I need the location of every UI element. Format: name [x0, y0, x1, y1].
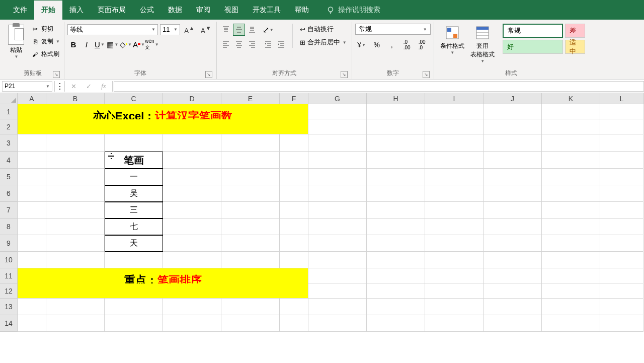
col-header[interactable]: I	[425, 93, 484, 104]
dialog-launcher[interactable]: ↘	[341, 71, 348, 78]
cell[interactable]	[105, 299, 163, 315]
menu-view[interactable]: 视图	[217, 1, 246, 20]
row-header[interactable]: 13	[0, 299, 18, 315]
cell[interactable]	[484, 252, 542, 268]
cell[interactable]	[221, 219, 280, 235]
style-normal[interactable]: 常规	[503, 24, 563, 38]
menu-data[interactable]: 数据	[161, 1, 189, 20]
cell[interactable]	[308, 185, 367, 202]
cell[interactable]	[425, 185, 484, 202]
dialog-launcher[interactable]: ↘	[205, 71, 212, 78]
align-center-button[interactable]	[233, 38, 245, 50]
fill-color-button[interactable]: ◇▼	[120, 39, 132, 51]
cell[interactable]	[484, 202, 542, 219]
row-header[interactable]: 8	[0, 219, 18, 235]
cell[interactable]	[280, 219, 308, 235]
cell[interactable]	[46, 219, 105, 235]
col-header[interactable]: B	[46, 93, 105, 104]
cell[interactable]	[367, 315, 425, 332]
menu-insert[interactable]: 插入	[62, 1, 91, 20]
phonetic-button[interactable]: wén文▼	[146, 39, 158, 51]
cell[interactable]	[600, 104, 643, 119]
cell[interactable]	[600, 119, 643, 134]
cell[interactable]	[367, 235, 425, 252]
cell[interactable]	[600, 252, 643, 268]
row-header[interactable]: 1	[0, 104, 18, 119]
cell[interactable]	[600, 299, 643, 315]
font-name-select[interactable]: 等线▼	[67, 24, 158, 35]
cell[interactable]	[46, 315, 105, 332]
cell[interactable]	[308, 235, 367, 252]
percent-button[interactable]: %	[370, 39, 383, 51]
align-left-button[interactable]	[220, 38, 232, 50]
cell[interactable]	[18, 299, 46, 315]
cell[interactable]	[484, 235, 542, 252]
cell[interactable]	[425, 104, 484, 119]
cell[interactable]	[600, 219, 643, 235]
cell[interactable]	[221, 315, 280, 332]
cell[interactable]	[425, 134, 484, 152]
cell[interactable]	[308, 202, 367, 219]
cell-c4[interactable]: 笔画	[105, 152, 163, 169]
cell[interactable]	[600, 202, 643, 219]
row-header[interactable]: 2	[0, 119, 18, 134]
format-painter-button[interactable]: 🖌 格式刷	[30, 49, 61, 59]
border-button[interactable]: ▦▼	[107, 39, 119, 51]
cell[interactable]	[367, 119, 425, 134]
cell[interactable]	[484, 119, 542, 134]
cut-button[interactable]: ✂ 剪切	[30, 24, 61, 34]
cell[interactable]	[221, 185, 280, 202]
col-header[interactable]: G	[308, 93, 367, 104]
cell-c5[interactable]: 一	[105, 169, 163, 185]
cell[interactable]	[542, 268, 600, 283]
cell[interactable]	[105, 315, 163, 332]
cell[interactable]	[163, 235, 221, 252]
insert-function-button[interactable]: fx	[96, 81, 111, 92]
tell-me-search[interactable]: 操作说明搜索	[326, 6, 380, 15]
cell[interactable]	[425, 152, 484, 169]
cell[interactable]	[484, 283, 542, 299]
cell[interactable]	[18, 185, 46, 202]
banner1[interactable]: 亦心Excel：计算汉字笔画数	[18, 104, 308, 119]
cell[interactable]	[18, 119, 308, 134]
cell[interactable]	[542, 134, 600, 152]
cell[interactable]	[280, 202, 308, 219]
cell[interactable]	[425, 299, 484, 315]
cell[interactable]	[308, 315, 367, 332]
cell[interactable]	[163, 185, 221, 202]
cell[interactable]	[425, 283, 484, 299]
align-right-button[interactable]	[246, 38, 258, 50]
formula-input[interactable]	[114, 81, 644, 92]
cell[interactable]	[18, 315, 46, 332]
cell[interactable]	[163, 134, 221, 152]
cell[interactable]	[308, 283, 367, 299]
cell[interactable]	[46, 185, 105, 202]
cell[interactable]	[484, 152, 542, 169]
format-as-table-button[interactable]: 套用 表格格式▼	[467, 24, 498, 64]
style-neutral[interactable]: 适中	[565, 40, 585, 54]
row-header[interactable]: 3	[0, 134, 18, 152]
cell[interactable]	[484, 268, 542, 283]
menu-help[interactable]: 帮助	[288, 1, 316, 20]
cell[interactable]	[600, 283, 643, 299]
cell[interactable]	[484, 185, 542, 202]
cell[interactable]	[221, 152, 280, 169]
cell[interactable]	[542, 152, 600, 169]
cell[interactable]	[367, 104, 425, 119]
cell[interactable]	[367, 268, 425, 283]
cell[interactable]	[308, 134, 367, 152]
row-header[interactable]: 4	[0, 152, 18, 169]
style-bad[interactable]: 差	[565, 24, 585, 38]
cell[interactable]	[367, 202, 425, 219]
cell[interactable]	[542, 185, 600, 202]
cell[interactable]	[221, 235, 280, 252]
cell[interactable]	[484, 299, 542, 315]
row-header[interactable]: 11	[0, 268, 18, 283]
cell[interactable]	[600, 268, 643, 283]
cell[interactable]	[600, 152, 643, 169]
cell[interactable]	[308, 152, 367, 169]
cell-c7[interactable]: 三	[105, 202, 163, 219]
cell[interactable]	[18, 219, 46, 235]
menu-layout[interactable]: 页面布局	[91, 1, 133, 20]
increase-indent-button[interactable]	[275, 38, 287, 50]
